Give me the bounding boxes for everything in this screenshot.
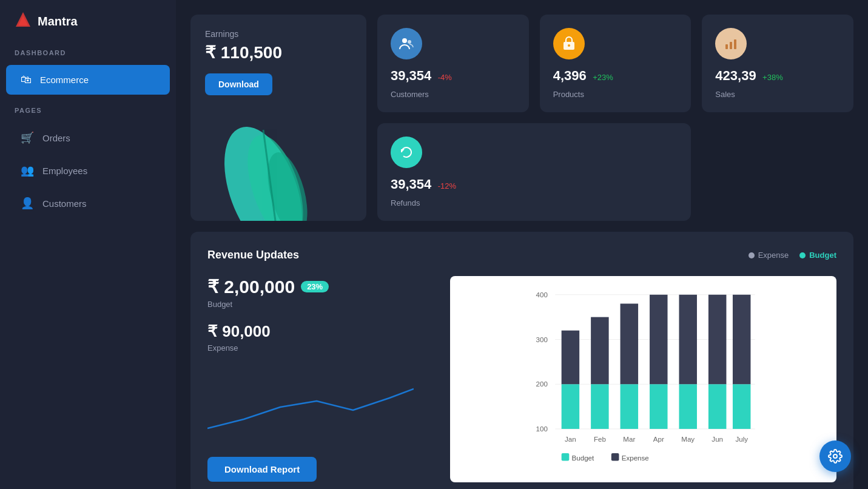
refunds-stat-icon [391, 137, 422, 168]
line-chart [207, 371, 414, 443]
bar-jun-expense [708, 384, 726, 429]
orders-label: Orders [42, 133, 70, 143]
refunds-stat-value-row: 39,354 -12% [391, 177, 678, 192]
products-value: 4,396 [553, 68, 587, 83]
svg-text:Mar: Mar [623, 436, 635, 443]
refunds-change: -12% [438, 181, 456, 191]
revenue-header: Revenue Updates Expense Budget [207, 249, 836, 261]
earnings-amount: ₹ 110,500 [205, 42, 352, 62]
stat-card-refunds: 39,354 -12% Refunds [377, 123, 691, 221]
revenue-body: ₹ 2,00,000 23% Budget ₹ 90,000 Expense D… [207, 276, 836, 482]
stat-cards-grid: 39,354 -4% Customers 4,396 +23% Products [377, 15, 853, 221]
settings-button[interactable] [819, 440, 851, 472]
customers-stat-icon [391, 28, 422, 59]
products-stat-value-row: 4,396 +23% [553, 68, 678, 84]
sidebar-item-orders[interactable]: 🛒 Orders [6, 123, 170, 153]
bar-mar-expense [621, 384, 638, 429]
bar-jun-budget [708, 295, 726, 384]
bar-feb-budget [591, 317, 608, 385]
svg-text:Apr: Apr [653, 436, 664, 443]
logo-icon [15, 11, 32, 32]
main-content: Earnings ₹ 110,500 Download [176, 0, 868, 489]
ecommerce-icon: 🛍 [21, 73, 32, 86]
bar-may-budget [679, 295, 696, 384]
sidebar-item-employees[interactable]: 👥 Employees [6, 155, 170, 186]
budget-amount: ₹ 2,00,000 [207, 276, 295, 297]
sidebar-item-ecommerce[interactable]: 🛍 Ecommerce [6, 65, 170, 95]
employees-icon: 👥 [21, 164, 34, 177]
line-chart-svg [207, 371, 414, 443]
sales-value: 423,39 [715, 68, 756, 83]
svg-text:Budget: Budget [572, 454, 594, 462]
svg-text:300: 300 [536, 336, 548, 343]
bar-jan-budget [562, 331, 579, 384]
refunds-stat-name: Refunds [391, 198, 678, 207]
revenue-right: 400 300 200 100 [450, 276, 836, 482]
stat-card-customers: 39,354 -4% Customers [377, 15, 529, 112]
download-report-button[interactable]: Download Report [207, 457, 317, 482]
earnings-card: Earnings ₹ 110,500 Download [190, 15, 366, 221]
bar-may-expense [679, 384, 696, 429]
bar-apr-expense [650, 384, 667, 429]
budget-badge: 23% [301, 281, 329, 292]
ecommerce-label: Ecommerce [40, 75, 89, 85]
bar-chart-svg: 400 300 200 100 [460, 286, 827, 477]
bar-july-expense [733, 384, 750, 429]
svg-text:200: 200 [536, 380, 548, 388]
legend-expense-label: Expense [758, 251, 789, 260]
pages-section-label: PAGES [0, 96, 176, 121]
budget-amount-row: ₹ 2,00,000 23% [207, 276, 438, 297]
customers-change: -4% [438, 73, 452, 82]
orders-icon: 🛒 [21, 131, 34, 144]
bar-feb-expense [591, 384, 608, 429]
bar-jan-expense [562, 384, 579, 429]
legend: Expense Budget [749, 251, 836, 260]
revenue-section: Revenue Updates Expense Budget ₹ 2,00,00… [190, 232, 853, 489]
svg-rect-11 [725, 44, 728, 49]
stat-card-products: 4,396 +23% Products [540, 15, 691, 112]
expense-label: Expense [207, 343, 438, 352]
bar-chart-container: 400 300 200 100 [450, 276, 836, 482]
stat-card-sales: 423,39 +38% Sales [702, 15, 853, 112]
chart-legend-budget-box [562, 453, 570, 461]
svg-point-10 [568, 44, 570, 47]
svg-text:100: 100 [536, 425, 548, 433]
sales-stat-icon [715, 28, 747, 59]
employees-label: Employees [42, 166, 87, 176]
bar-mar-budget [621, 303, 638, 384]
top-row: Earnings ₹ 110,500 Download [190, 15, 853, 221]
dashboard-section-label: DASHBOARD [0, 49, 176, 64]
svg-text:May: May [681, 436, 695, 443]
revenue-title: Revenue Updates [207, 249, 299, 261]
earnings-label: Earnings [205, 29, 352, 39]
budget-label: Budget [207, 300, 438, 309]
svg-rect-12 [730, 42, 732, 49]
svg-rect-13 [734, 39, 736, 49]
svg-text:Jun: Jun [712, 436, 723, 443]
svg-point-7 [402, 38, 407, 43]
chart-legend-expense-box [611, 453, 619, 461]
svg-text:Feb: Feb [594, 436, 606, 443]
sidebar: Mantra DASHBOARD 🛍 Ecommerce PAGES 🛒 Ord… [0, 0, 176, 489]
customers-value: 39,354 [391, 68, 431, 83]
products-stat-icon [553, 28, 585, 59]
legend-expense: Expense [749, 251, 789, 260]
customers-icon: 👤 [21, 197, 34, 210]
logo-text: Mantra [38, 15, 78, 29]
svg-text:Expense: Expense [622, 454, 649, 462]
expense-amount: ₹ 90,000 [207, 322, 438, 341]
refunds-value: 39,354 [391, 177, 431, 192]
svg-point-8 [408, 40, 411, 44]
sidebar-item-customers[interactable]: 👤 Customers [6, 188, 170, 218]
customers-stat-value-row: 39,354 -4% [391, 68, 516, 84]
sales-stat-value-row: 423,39 +38% [715, 68, 840, 84]
legend-budget-label: Budget [809, 251, 836, 260]
customers-label: Customers [42, 198, 87, 209]
bar-july-budget [733, 295, 750, 384]
svg-text:Jan: Jan [565, 436, 576, 443]
download-button[interactable]: Download [205, 73, 272, 95]
customers-stat-name: Customers [391, 90, 516, 99]
bar-apr-budget [650, 295, 667, 384]
svg-text:400: 400 [536, 291, 548, 298]
revenue-left: ₹ 2,00,000 23% Budget ₹ 90,000 Expense D… [207, 276, 438, 482]
